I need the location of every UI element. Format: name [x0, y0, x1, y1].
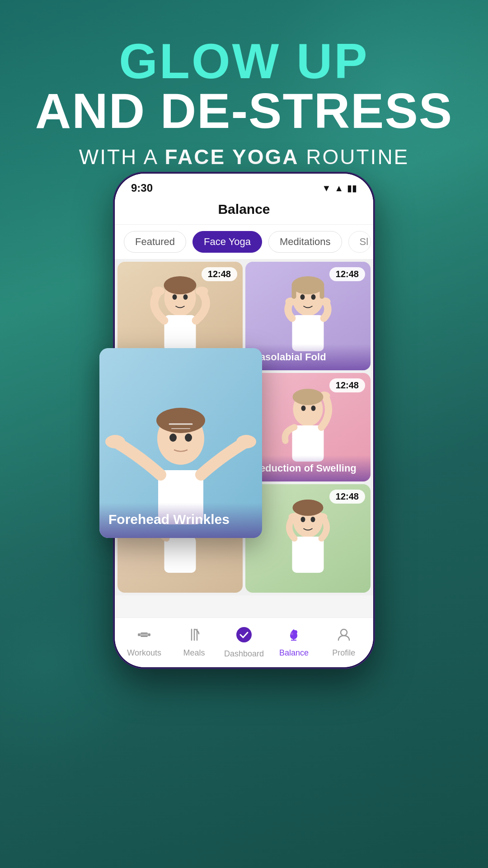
- nav-workouts[interactable]: Workouts: [119, 627, 169, 658]
- tabs-container: Featured Face Yoga Meditations Sl: [115, 225, 373, 259]
- nav-dashboard-label: Dashboard: [224, 649, 264, 659]
- nav-dashboard[interactable]: Dashboard: [219, 627, 269, 659]
- card-3-label: Reduction of Swelling: [245, 455, 371, 481]
- nav-workouts-label: Workouts: [127, 648, 161, 658]
- svg-point-53: [105, 435, 125, 448]
- svg-point-13: [292, 276, 324, 294]
- svg-point-25: [318, 513, 328, 520]
- svg-point-19: [301, 406, 306, 411]
- svg-rect-23: [292, 537, 324, 573]
- nav-meals[interactable]: Meals: [169, 627, 219, 658]
- svg-point-20: [311, 406, 316, 411]
- svg-point-28: [293, 500, 324, 516]
- card-2[interactable]: 12:48 Nasolabial Fold: [245, 262, 371, 370]
- nav-profile-label: Profile: [332, 648, 355, 658]
- card-3-time: 12:48: [329, 378, 365, 392]
- svg-rect-30: [164, 537, 196, 573]
- floating-card-label: Forehead Wrinkles: [99, 503, 262, 538]
- wifi-icon: ▼: [322, 183, 331, 193]
- battery-icon: ▮▮: [347, 183, 357, 193]
- svg-point-24: [289, 513, 299, 520]
- svg-rect-14: [292, 285, 296, 299]
- svg-point-12: [311, 294, 316, 300]
- status-bar: 9:30 ▼ ▲ ▮▮: [115, 174, 373, 198]
- svg-point-52: [185, 434, 192, 442]
- meals-icon: [187, 627, 202, 646]
- app-title: Balance: [218, 202, 270, 217]
- nav-profile[interactable]: Profile: [319, 627, 369, 658]
- nav-balance[interactable]: Balance: [269, 627, 319, 658]
- svg-point-43: [236, 627, 252, 642]
- svg-point-6: [164, 276, 197, 294]
- card-3[interactable]: 12:48 Reduction of Swelling: [245, 373, 371, 481]
- svg-point-46: [341, 629, 347, 636]
- hero-line2: AND DE-STRESS: [27, 86, 461, 136]
- app-header: Balance: [115, 198, 373, 225]
- svg-point-4: [173, 294, 177, 300]
- dashboard-icon: [236, 627, 252, 646]
- svg-point-54: [236, 435, 256, 448]
- svg-point-11: [300, 294, 305, 300]
- tab-meditations[interactable]: Meditations: [268, 231, 342, 253]
- tab-sleep[interactable]: Sl: [348, 231, 371, 253]
- bottom-nav: Workouts Meals: [115, 618, 373, 667]
- phone-mockup: 9:30 ▼ ▲ ▮▮ Balance Featured Face Yoga M…: [113, 172, 375, 705]
- card-4[interactable]: 12:48: [245, 484, 371, 593]
- profile-icon: [337, 627, 351, 646]
- floating-card-forehead[interactable]: Forehead Wrinkles: [99, 348, 262, 538]
- hero-section: GLOW UP AND DE-STRESS WITH A FACE YOGA R…: [0, 36, 488, 169]
- status-time: 9:30: [131, 182, 153, 194]
- svg-rect-1: [164, 315, 196, 351]
- svg-point-44: [294, 630, 297, 634]
- card-2-label: Nasolabial Fold: [245, 344, 371, 370]
- svg-point-51: [169, 434, 177, 442]
- svg-point-50: [156, 408, 205, 433]
- card-4-time: 12:48: [329, 490, 365, 504]
- hero-sub: WITH A FACE YOGA ROUTINE: [27, 145, 461, 169]
- nav-balance-label: Balance: [279, 648, 309, 658]
- status-icons: ▼ ▲ ▮▮: [322, 183, 357, 193]
- tab-featured[interactable]: Featured: [124, 231, 186, 253]
- balance-icon: [286, 627, 301, 646]
- svg-rect-38: [140, 634, 148, 636]
- workouts-icon: [137, 627, 151, 646]
- svg-point-5: [183, 294, 188, 300]
- svg-rect-15: [320, 285, 324, 299]
- hero-line1: GLOW UP: [27, 36, 461, 86]
- svg-point-27: [311, 517, 315, 522]
- tab-face-yoga[interactable]: Face Yoga: [192, 231, 262, 253]
- svg-point-3: [196, 287, 208, 296]
- card-2-time: 12:48: [329, 267, 365, 281]
- svg-point-21: [293, 389, 324, 405]
- signal-icon: ▲: [334, 183, 343, 193]
- svg-point-45: [291, 632, 293, 635]
- card-1-time: 12:48: [202, 267, 237, 281]
- svg-point-26: [301, 517, 305, 522]
- svg-point-2: [152, 287, 165, 296]
- nav-meals-label: Meals: [183, 648, 205, 658]
